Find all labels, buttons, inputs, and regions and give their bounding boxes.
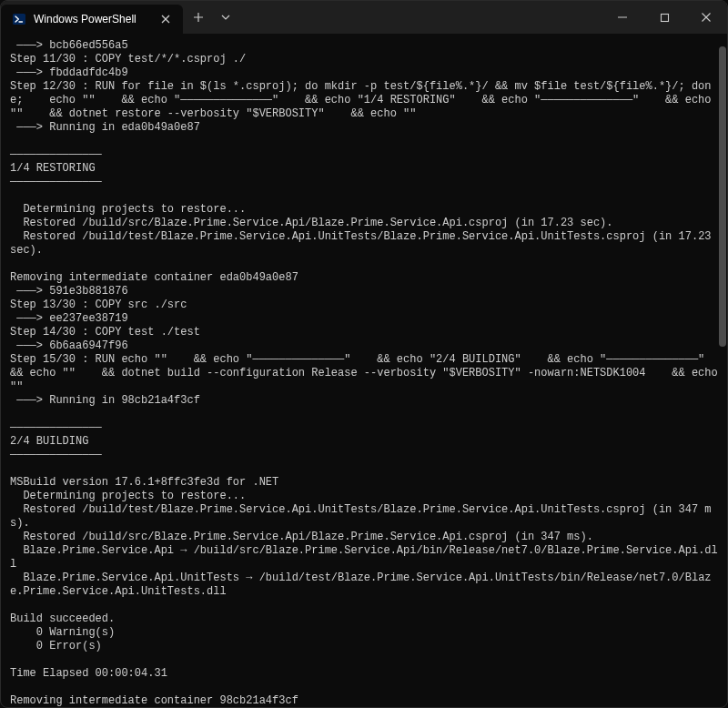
new-tab-button[interactable] (183, 4, 214, 31)
tab-close-button[interactable] (157, 11, 174, 27)
tab-powershell[interactable]: Windows PowerShell (1, 5, 183, 34)
terminal-output[interactable]: ───> bcb66ed556a5 Step 11/30 : COPY test… (1, 34, 727, 707)
powershell-icon (12, 12, 26, 26)
window-controls (602, 1, 727, 34)
plus-icon (193, 12, 204, 23)
chevron-down-icon (221, 13, 230, 22)
tab-actions (183, 1, 238, 34)
svg-rect-7 (661, 14, 668, 21)
close-icon (161, 15, 170, 24)
close-window-button[interactable] (685, 1, 727, 34)
scrollbar-thumb[interactable] (719, 46, 726, 347)
titlebar-drag-region[interactable] (238, 1, 602, 34)
title-bar: Windows PowerShell (1, 1, 727, 34)
maximize-button[interactable] (643, 1, 685, 34)
scrollbar-track[interactable] (718, 34, 727, 707)
terminal-viewport: ───> bcb66ed556a5 Step 11/30 : COPY test… (1, 34, 727, 707)
tab-title: Windows PowerShell (34, 13, 150, 25)
tab-dropdown-button[interactable] (214, 4, 238, 31)
close-icon (701, 12, 712, 23)
maximize-icon (660, 13, 670, 23)
minimize-button[interactable] (602, 1, 643, 34)
minimize-icon (617, 12, 628, 23)
